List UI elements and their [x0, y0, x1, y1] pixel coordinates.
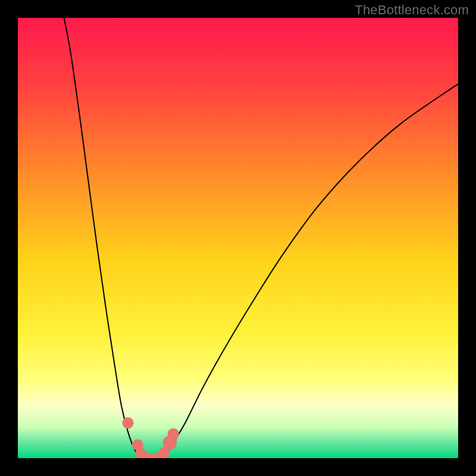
watermark-text: TheBottleneck.com — [355, 2, 469, 18]
plot-background — [18, 18, 458, 458]
data-marker — [122, 417, 133, 428]
data-marker — [168, 428, 179, 440]
chart-frame: TheBottleneck.com — [0, 0, 476, 476]
plot-area — [18, 18, 458, 458]
chart-svg — [18, 18, 458, 458]
